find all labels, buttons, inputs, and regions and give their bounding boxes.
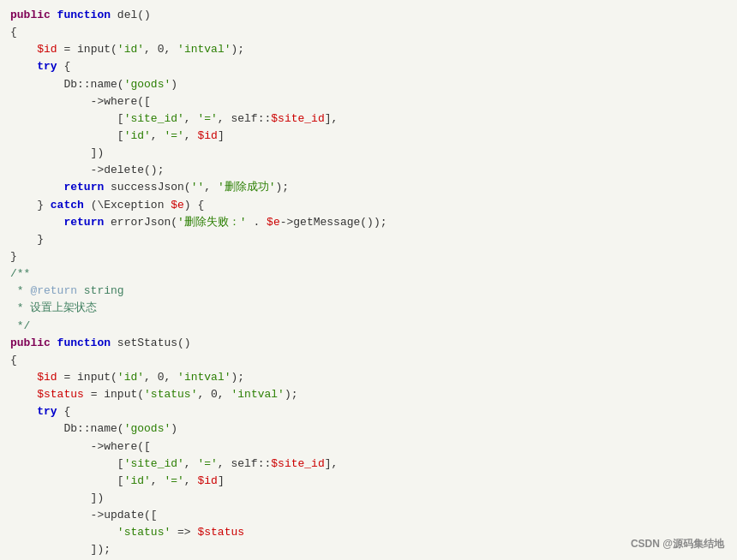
table-row: */ [10,318,727,335]
table-row: try { [10,58,727,75]
table-row: } catch (\Exception $e) { [10,197,727,214]
table-row: ->delete(); [10,162,727,179]
table-row: return successJson('', '删除成功'); [10,179,727,196]
table-row: } [10,248,727,265]
table-row: public function setStatus() [10,335,727,352]
table-row: { [10,24,727,41]
code-lines: public function del(){ $id = input('id',… [10,7,727,560]
table-row: ]) [10,490,727,507]
table-row: ['site_id', '=', self::$site_id], [10,110,727,128]
table-row: ->where([ [10,93,727,110]
table-row: { [10,352,727,369]
table-row: /** [10,265,727,283]
table-row: $id = input('id', 0, 'intval'); [10,369,727,386]
table-row: ['id', '=', $id] [10,128,727,145]
table-row: 'status' => $status [10,524,727,541]
table-row: ['id', '=', $id] [10,473,727,490]
watermark: CSDN @源码集结地 [631,536,724,551]
table-row: Db::name('goods') [10,76,727,93]
table-row: ->where([ [10,438,727,456]
table-row: ]); [10,541,727,558]
table-row: try { [10,403,727,420]
table-row: $status = input('status', 0, 'intval'); [10,386,727,403]
table-row: } [10,231,727,248]
table-row: Db::name('goods') [10,420,727,438]
table-row: public function del() [10,7,727,24]
table-row: * @return string [10,283,727,300]
table-row: ->update([ [10,507,727,524]
table-row: ['site_id', '=', self::$site_id], [10,456,727,473]
table-row: $id = input('id', 0, 'intval'); [10,41,727,58]
table-row: ]) [10,145,727,162]
code-block: public function del(){ $id = input('id',… [0,0,737,560]
table-row: return errorJson('删除失败：' . $e->getMessag… [10,214,727,231]
table-row: * 设置上架状态 [10,300,727,317]
